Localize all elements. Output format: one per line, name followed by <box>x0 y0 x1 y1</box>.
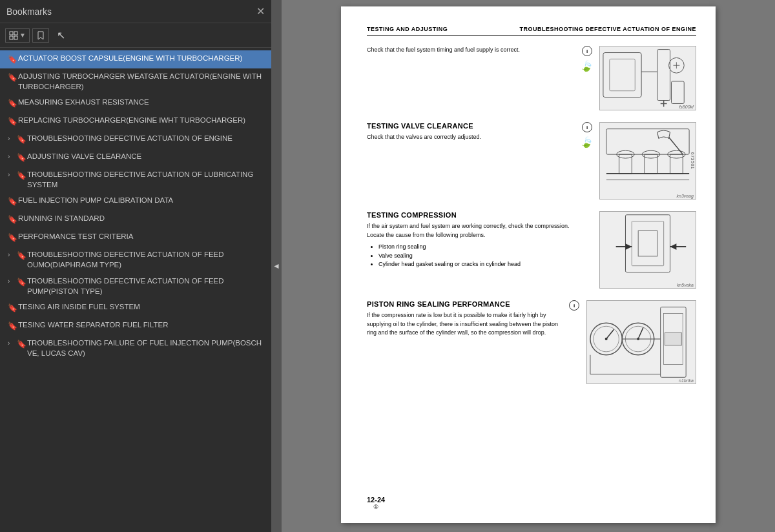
info-icon-3: i <box>569 300 579 311</box>
bookmark-item-label-9: PERFORMANCE TEST CRITERIA <box>18 231 266 241</box>
compression-image: kn5vaka <box>599 211 696 289</box>
svg-line-23 <box>669 137 683 154</box>
image-label-4: n1brika <box>679 378 694 383</box>
page-footer: 12-24 ① <box>367 496 696 510</box>
info-icon-2: i <box>582 122 592 132</box>
page-number: 12-24 <box>367 496 385 504</box>
bookmark-item-tesing-water[interactable]: 🔖 TESING WATER SEPARATOR FUEL FILTER <box>0 317 271 335</box>
section-compression: TESTING COMPRESSION If the air system an… <box>367 211 696 289</box>
close-button[interactable]: ✕ <box>256 6 265 17</box>
section-fuel-timing: Check that the fuel system timing and fu… <box>367 46 696 110</box>
collapse-handle[interactable]: ◄ <box>271 0 282 532</box>
bookmark-flag-icon-8: 🔖 <box>8 214 14 225</box>
section-valve-clearance-content: TESTING VALVE CLEARANCE Check that the v… <box>367 122 575 142</box>
bookmark-item-actuator-boost[interactable]: 🔖 ACTUATOR BOOST CAPSULE(ENGINE WITH TUR… <box>0 50 271 68</box>
valve-clearance-title: TESTING VALVE CLEARANCE <box>367 122 575 130</box>
compression-title: TESTING COMPRESSION <box>367 211 575 219</box>
collapse-arrow-icon: ◄ <box>273 261 280 271</box>
toolbar: ▼ ↖ <box>0 23 271 48</box>
svg-rect-5 <box>610 59 635 90</box>
svg-rect-1 <box>14 32 17 35</box>
valve-clearance-icons: i 🍃 <box>580 122 594 148</box>
image-label-1: fs800kf <box>679 105 694 109</box>
svg-line-33 <box>606 329 614 339</box>
bullet-2: Valve sealing <box>378 252 575 261</box>
expand-arrow-14: › <box>8 339 14 348</box>
header-right: TROUBLESHOOTING DEFECTIVE ACTUATION OF E… <box>519 26 696 32</box>
bookmark-item-tesing-air[interactable]: 🔖 TESING AIR INSIDE FUEL SYSTEM <box>0 299 271 317</box>
page-number-block: 12-24 ① <box>367 496 385 510</box>
bookmark-item-label-13: TESING WATER SEPARATOR FUEL FILTER <box>18 320 266 330</box>
bookmarks-header: Bookmarks ✕ <box>0 0 271 23</box>
bookmark-tool-button[interactable] <box>32 28 49 43</box>
svg-point-34 <box>605 338 608 340</box>
bookmarks-panel: Bookmarks ✕ ▼ ↖ 🔖 ACTUATOR BOOST CAPSULE… <box>0 0 271 532</box>
leaf-icon-2: 🍃 <box>579 135 595 150</box>
bookmark-item-adjusting-valve[interactable]: › 🔖 ADJUSTING VALVE CLEARANCE <box>0 148 271 167</box>
bookmark-item-troubleshooting-engine[interactable]: › 🔖 TROUBLESHOOTING DEFECTIVE ACTUATION … <box>0 130 271 148</box>
bookmark-item-adjusting-turbocharger[interactable]: 🔖 ADJUSTING TURBOCHARGER WEATGATE ACTUAT… <box>0 68 271 94</box>
bookmark-item-label-12: TESING AIR INSIDE FUEL SYSTEM <box>18 302 266 312</box>
bookmark-flag-icon: 🔖 <box>8 54 14 65</box>
bookmark-flag-icon-12: 🔖 <box>8 303 14 314</box>
header-left: TESTING AND ADJUSTING <box>367 26 448 32</box>
bookmark-flag-icon-5: 🔖 <box>17 152 23 163</box>
bookmark-item-label-5: ADJUSTING VALVE CLEARANCE <box>27 151 266 161</box>
svg-rect-4 <box>603 53 641 97</box>
bookmark-item-performance-test[interactable]: 🔖 PERFORMANCE TEST CRITERIA <box>0 229 271 247</box>
valve-clearance-image: kn3vaug 673501 <box>599 122 696 200</box>
fuel-timing-image: fs800kf <box>599 46 696 110</box>
bookmark-item-label: ACTUATOR BOOST CAPSULE(ENGINE WITH TURBO… <box>18 53 266 63</box>
document-page: TESTING AND ADJUSTING TROUBLESHOOTING DE… <box>341 6 716 523</box>
bookmark-item-running-in[interactable]: 🔖 RUNNING IN STANDARD <box>0 210 271 229</box>
expand-arrow-4: › <box>8 134 14 143</box>
section-compression-content: TESTING COMPRESSION If the air system an… <box>367 211 575 269</box>
bookmark-flag-icon-2: 🔖 <box>8 98 14 109</box>
fuel-timing-text: Check that the fuel system timing and fu… <box>367 46 575 55</box>
sidebar-text: 673501 <box>690 152 694 169</box>
bookmark-flag-icon-4: 🔖 <box>17 134 23 145</box>
bookmark-item-label-4: TROUBLESHOOTING DEFECTIVE ACTUATION OF E… <box>27 133 266 143</box>
bookmark-item-troubleshooting-feed-diaphragm[interactable]: › 🔖 TROUBLESHOOTING DEFECTIVE ACTUATION … <box>0 247 271 272</box>
bookmark-flag-icon-13: 🔖 <box>8 321 14 332</box>
svg-rect-13 <box>672 81 685 104</box>
fuel-timing-icons: i 🍃 <box>580 46 594 72</box>
bookmark-item-label-11: TROUBLESHOOTING DEFECTIVE ACTUATION OF F… <box>27 276 266 296</box>
svg-rect-2 <box>10 36 13 39</box>
bookmark-item-troubleshooting-feed-piston[interactable]: › 🔖 TROUBLESHOOTING DEFECTIVE ACTUATION … <box>0 273 271 299</box>
svg-rect-3 <box>14 36 17 39</box>
bullet-1: Piston ring sealing <box>378 243 575 252</box>
svg-rect-0 <box>10 32 13 35</box>
bookmarks-title: Bookmarks <box>6 6 52 17</box>
bookmark-flag-icon-9: 🔖 <box>8 232 14 243</box>
svg-rect-16 <box>645 154 657 174</box>
bookmark-item-label-3: REPLACING TURBOCHARGER(ENGINE IWHT TURBO… <box>18 115 266 125</box>
grid-icon <box>9 31 18 40</box>
bookmark-item-label-14: TROUBLESHOOTING FAILURE OF FUEL INJECTIO… <box>27 338 266 358</box>
bookmark-item-label-8: RUNNING IN STANDARD <box>18 213 266 223</box>
expand-all-button[interactable]: ▼ <box>5 28 30 43</box>
section-valve-clearance: TESTING VALVE CLEARANCE Check that the v… <box>367 122 696 200</box>
bookmark-item-label-10: TROUBLESHOOTING DEFECTIVE ACTUATION OF F… <box>27 249 266 270</box>
bookmark-item-label-2: MEASURING EXHAUST RESISTANCE <box>18 97 266 107</box>
section-fuel-timing-content: Check that the fuel system timing and fu… <box>367 46 575 55</box>
svg-rect-41 <box>665 332 682 345</box>
expand-arrow-10: › <box>8 251 14 260</box>
bookmark-item-fuel-injection-pump[interactable]: 🔖 FUEL INJECTION PUMP CALIBRATION DATA <box>0 192 271 210</box>
bookmark-flag-icon-6: 🔖 <box>17 170 23 181</box>
bookmark-item-troubleshooting-lubricating[interactable]: › 🔖 TROUBLESHOOTING DEFECTIVE ACTUATION … <box>0 167 271 192</box>
svg-rect-17 <box>670 154 683 174</box>
cursor-icon: ↖ <box>57 29 65 41</box>
expand-arrow-5: › <box>8 152 14 161</box>
bookmark-item-troubleshooting-injection-pump[interactable]: › 🔖 TROUBLESHOOTING FAILURE OF FUEL INJE… <box>0 335 271 361</box>
piston-ring-title: PISTON RING SEALING PERFORMANCE <box>367 300 562 308</box>
bookmark-item-measuring-exhaust[interactable]: 🔖 MEASURING EXHAUST RESISTANCE <box>0 94 271 112</box>
page-sub: ① <box>367 504 385 510</box>
bookmark-list: 🔖 ACTUATOR BOOST CAPSULE(ENGINE WITH TUR… <box>0 48 271 532</box>
bookmark-item-replacing-turbocharger[interactable]: 🔖 REPLACING TURBOCHARGER(ENGINE IWHT TUR… <box>0 112 271 130</box>
svg-line-37 <box>638 327 643 339</box>
leaf-icon-1: 🍃 <box>579 59 595 74</box>
piston-ring-image: n1brika <box>586 300 696 384</box>
document-area[interactable]: TESTING AND ADJUSTING TROUBLESHOOTING DE… <box>282 0 775 532</box>
bookmark-flag-icon-1: 🔖 <box>8 72 14 83</box>
